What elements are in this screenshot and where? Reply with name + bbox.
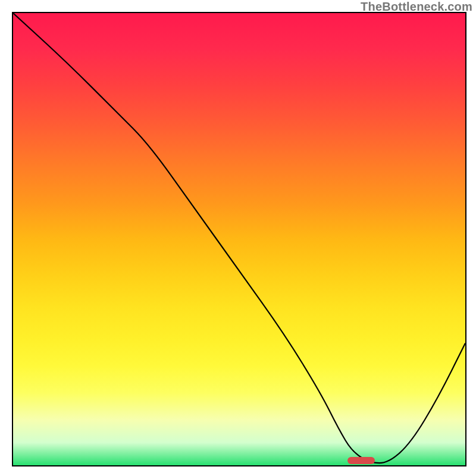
optimal-range-marker: [347, 457, 375, 464]
chart-stage: TheBottleneck.com: [0, 0, 476, 476]
plot-area: [12, 12, 466, 466]
bottleneck-curve: [13, 13, 465, 465]
